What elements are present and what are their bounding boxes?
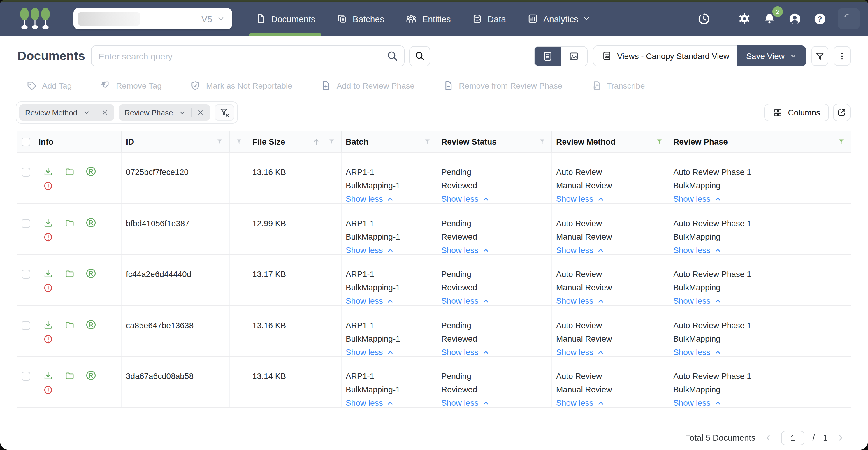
show-less-link[interactable]: Show less xyxy=(346,345,431,356)
add-tag-action[interactable]: Add Tag xyxy=(26,81,72,91)
show-less-link[interactable]: Show less xyxy=(556,396,663,407)
alert-icon[interactable] xyxy=(43,181,53,191)
chip-remove-button[interactable] xyxy=(197,109,204,116)
download-icon[interactable] xyxy=(43,269,53,279)
alert-icon[interactable] xyxy=(43,334,53,344)
row-checkbox[interactable] xyxy=(21,270,30,279)
next-page-button[interactable] xyxy=(836,433,845,443)
nav-tab-documents[interactable]: Documents xyxy=(249,2,321,36)
phase-value: BulkMapping xyxy=(673,383,845,396)
row-checkbox[interactable] xyxy=(21,372,30,381)
filter-funnel-active-icon[interactable] xyxy=(656,138,663,145)
history-button[interactable] xyxy=(694,9,714,29)
views-selector[interactable]: Views - Canopy Standard View xyxy=(593,45,737,66)
show-less-link[interactable]: Show less xyxy=(441,294,546,305)
show-less-link[interactable]: Show less xyxy=(673,345,845,356)
show-less-link[interactable]: Show less xyxy=(346,396,431,407)
filter-funnel-icon[interactable] xyxy=(424,138,431,145)
show-less-link[interactable]: Show less xyxy=(346,294,431,305)
previous-page-button[interactable] xyxy=(764,433,773,443)
folder-icon[interactable] xyxy=(65,371,74,381)
row-checkbox[interactable] xyxy=(21,219,30,228)
show-less-link[interactable]: Show less xyxy=(673,396,845,407)
account-button[interactable] xyxy=(785,9,804,29)
show-less-link[interactable]: Show less xyxy=(556,345,663,356)
column-header-spacer[interactable] xyxy=(230,131,248,152)
folder-icon[interactable] xyxy=(65,167,74,176)
show-less-link[interactable]: Show less xyxy=(346,244,431,254)
row-checkbox[interactable] xyxy=(21,168,30,176)
folder-icon[interactable] xyxy=(65,320,74,330)
registered-icon[interactable] xyxy=(85,319,97,330)
column-header-review-phase[interactable]: Review Phase xyxy=(669,131,850,152)
column-header-review-method[interactable]: Review Method xyxy=(552,131,669,152)
transcribe-action[interactable]: Transcribe xyxy=(591,81,645,91)
settings-button[interactable] xyxy=(735,9,754,29)
alert-icon[interactable] xyxy=(43,232,53,242)
mark-not-reportable-action[interactable]: Mark as Not Reportable xyxy=(190,81,292,91)
add-to-review-phase-action[interactable]: Add to Review Phase xyxy=(321,81,415,91)
show-less-link[interactable]: Show less xyxy=(673,244,845,254)
download-icon[interactable] xyxy=(43,371,53,381)
show-less-link[interactable]: Show less xyxy=(441,244,546,254)
chip-remove-button[interactable] xyxy=(101,109,108,116)
column-header-info[interactable]: Info xyxy=(34,131,122,152)
export-button[interactable] xyxy=(833,104,850,121)
notifications-button[interactable]: 2 xyxy=(760,9,779,29)
remove-from-review-phase-action[interactable]: Remove from Review Phase xyxy=(443,81,562,91)
show-less-link[interactable]: Show less xyxy=(556,244,663,254)
registered-icon[interactable] xyxy=(85,217,97,228)
download-icon[interactable] xyxy=(43,320,53,330)
filter-funnel-icon[interactable] xyxy=(539,138,546,145)
list-view-toggle[interactable] xyxy=(534,46,560,66)
column-header-id[interactable]: ID xyxy=(122,131,230,152)
column-header-review-status[interactable]: Review Status xyxy=(437,131,552,152)
nav-tab-data[interactable]: Data xyxy=(467,2,512,36)
nav-tab-batches[interactable]: Batches xyxy=(331,2,390,36)
sort-ascending-icon[interactable] xyxy=(312,137,321,146)
column-header-batch[interactable]: Batch xyxy=(342,131,437,152)
filter-funnel-active-icon[interactable] xyxy=(838,138,845,145)
show-less-link[interactable]: Show less xyxy=(441,345,546,356)
registered-icon[interactable] xyxy=(85,165,97,177)
column-header-file-size[interactable]: File Size xyxy=(248,131,342,152)
row-checkbox[interactable] xyxy=(21,321,30,330)
gallery-view-toggle[interactable] xyxy=(560,46,587,66)
download-icon[interactable] xyxy=(43,218,53,228)
filter-funnel-icon[interactable] xyxy=(328,138,335,145)
nav-tab-analytics[interactable]: Analytics xyxy=(522,2,596,36)
page-number-input[interactable] xyxy=(781,430,804,445)
filter-button[interactable] xyxy=(811,46,828,66)
show-less-link[interactable]: Show less xyxy=(441,192,546,203)
show-less-link[interactable]: Show less xyxy=(673,192,845,203)
folder-icon[interactable] xyxy=(65,218,74,228)
registered-icon[interactable] xyxy=(85,369,97,381)
chip-dropdown-button[interactable] xyxy=(178,109,186,116)
show-less-link[interactable]: Show less xyxy=(556,192,663,203)
download-icon[interactable] xyxy=(43,167,53,176)
show-less-link[interactable]: Show less xyxy=(441,396,546,407)
search-input[interactable] xyxy=(91,45,405,66)
filter-funnel-icon[interactable] xyxy=(235,138,242,145)
method-value: Auto Review xyxy=(556,319,663,332)
alert-icon[interactable] xyxy=(43,283,53,293)
alert-icon[interactable] xyxy=(43,385,53,395)
show-less-link[interactable]: Show less xyxy=(346,192,431,203)
folder-icon[interactable] xyxy=(65,269,74,279)
show-less-link[interactable]: Show less xyxy=(673,294,845,305)
save-view-button[interactable]: Save View xyxy=(737,45,806,66)
columns-button[interactable]: Columns xyxy=(764,104,829,121)
nav-tab-entities[interactable]: Entities xyxy=(400,2,457,36)
clear-all-filters-button[interactable] xyxy=(214,104,234,121)
chip-dropdown-button[interactable] xyxy=(83,109,90,116)
select-all-checkbox[interactable] xyxy=(21,137,30,146)
avatar-redacted[interactable] xyxy=(838,8,860,29)
remove-tag-action[interactable]: Remove Tag xyxy=(100,81,162,91)
workspace-selector[interactable]: V5 xyxy=(73,8,232,29)
search-button[interactable] xyxy=(409,46,430,66)
filter-funnel-icon[interactable] xyxy=(216,138,223,145)
help-button[interactable]: ? xyxy=(810,9,830,29)
more-options-button[interactable] xyxy=(834,46,850,66)
show-less-link[interactable]: Show less xyxy=(556,294,663,305)
registered-icon[interactable] xyxy=(85,267,97,279)
